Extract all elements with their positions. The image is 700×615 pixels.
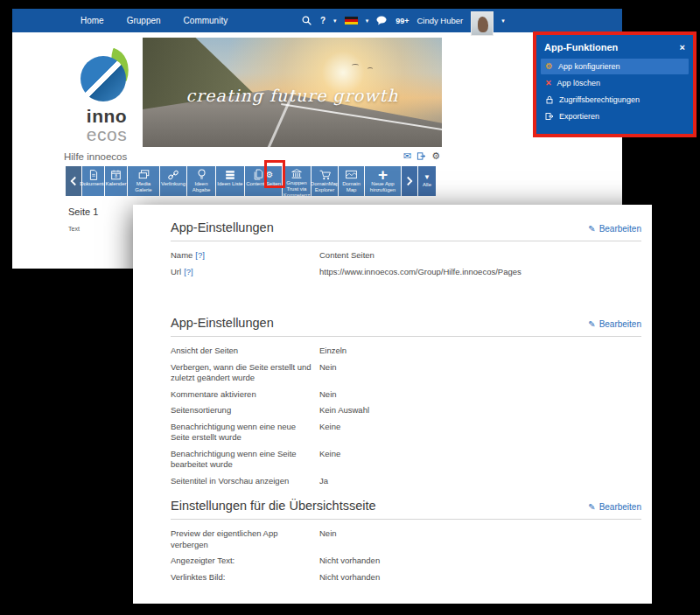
document-icon: [89, 170, 98, 180]
help-marker[interactable]: [?]: [195, 250, 205, 260]
share-export-icon[interactable]: [416, 151, 426, 161]
settings-row: Seitentitel in Vorschau anzeigen Ja: [171, 476, 641, 487]
user-menu-caret-icon[interactable]: ▾: [501, 17, 505, 24]
toolbar-show-all[interactable]: ▼ Alle: [418, 166, 436, 196]
row-label: Verlinktes Bild:: [171, 572, 319, 584]
tile-gruppen-trust[interactable]: Gruppen Trust via Kompetenz: [283, 166, 311, 196]
row-value: Kein Auswahl: [319, 405, 641, 416]
row-label: Url: [171, 267, 181, 276]
mail-icon[interactable]: ✉: [403, 150, 411, 162]
tile-ideen-liste[interactable]: Ideen Liste: [216, 166, 244, 196]
tile-verlinkung[interactable]: Verlinkung: [160, 166, 186, 196]
row-value: Nicht vorhanden: [319, 572, 641, 584]
group-title-row: Hilfe innoecos ✉ ⚙: [64, 150, 440, 162]
page-section-title: Seite 1: [68, 206, 98, 217]
top-navbar: Home Gruppen Community ? ▾ ▾ 99+ Cindy H…: [12, 9, 622, 32]
map-icon: [346, 170, 357, 179]
settings-row: Angezeigter Text: Nicht vorhanden: [171, 556, 641, 567]
divider: [171, 336, 641, 337]
bird-icon: [368, 67, 373, 71]
edit-button[interactable]: ✎ Bearbeiten: [588, 224, 641, 234]
settings-row: Verbergen, wann die Seite erstellt und z…: [171, 362, 641, 384]
menu-item-zugriffsberechtigungen[interactable]: Zugriffsberechtigungen: [541, 92, 689, 108]
cart-icon: [319, 170, 331, 180]
tile-ideen-abgabe[interactable]: Ideen Abgabe: [187, 166, 215, 196]
row-label: Name: [171, 250, 192, 260]
tile-label: Neue App hinzufügen: [365, 181, 401, 193]
row-value: Keine: [319, 449, 641, 471]
language-caret-icon: ▾: [366, 17, 369, 24]
tile-domainmap-explorer[interactable]: DomainMap Explorer: [312, 166, 338, 196]
tile-label: DomainMap Explorer: [310, 181, 340, 193]
language-flag-german-icon[interactable]: [345, 17, 358, 24]
row-value: Content Seiten: [319, 250, 641, 262]
nav-item-community[interactable]: Community: [184, 16, 228, 25]
tile-label: Domain Map: [339, 181, 364, 193]
edit-label: Bearbeiten: [599, 224, 641, 234]
tile-label: Gruppen Trust via Kompetenz: [283, 180, 311, 199]
user-avatar[interactable]: [471, 11, 494, 36]
menu-item-app-konfigurieren[interactable]: ⚙ App konfigurieren: [541, 59, 689, 74]
menu-item-label: App konfigurieren: [558, 62, 620, 71]
close-icon[interactable]: ×: [680, 43, 685, 52]
building-icon: [291, 169, 302, 179]
row-label: Benachrichtigung wenn eine Seite bearbei…: [171, 449, 319, 471]
row-label: Verbergen, wann die Seite erstellt und z…: [171, 362, 319, 384]
messages-bubble-icon[interactable]: [376, 16, 388, 25]
settings-row: Seitensortierung Kein Auswahl: [171, 405, 641, 416]
plus-icon: +: [378, 169, 388, 180]
tile-dokumente[interactable]: Dokumente: [82, 166, 104, 196]
group-settings-gear-icon[interactable]: ⚙: [431, 150, 440, 162]
menu-item-exportieren[interactable]: Exportieren: [541, 108, 689, 124]
tile-neue-app[interactable]: + Neue App hinzufügen: [365, 166, 401, 196]
tile-label: Alle: [422, 182, 432, 188]
nav-item-home[interactable]: Home: [80, 16, 104, 25]
row-value: Nein: [319, 528, 641, 550]
section-title: App-Einstellungen: [171, 316, 274, 330]
tile-kalender[interactable]: 8 Kalender: [105, 166, 127, 196]
calendar-icon: 8: [111, 170, 121, 180]
nav-menu: Home Gruppen Community: [12, 16, 228, 25]
user-name[interactable]: Cindy Huber: [416, 16, 463, 25]
help-button[interactable]: ?: [320, 16, 326, 25]
tile-content-seiten[interactable]: ⚙ Content Seiten: [245, 166, 282, 196]
row-label: Benachrichtigung wenn eine neue Seite er…: [171, 422, 319, 444]
settings-section-general: App-Einstellungen ✎ Bearbeiten Name[?] C…: [171, 220, 641, 277]
pencil-icon: ✎: [588, 224, 595, 234]
nav-item-gruppen[interactable]: Gruppen: [127, 16, 161, 25]
section-title: App-Einstellungen: [171, 220, 274, 234]
triangle-down-icon: ▼: [424, 174, 430, 181]
app-toolbar: Dokumente 8 Kalender Media Galerie Verli…: [66, 166, 436, 196]
row-label: Seitentitel in Vorschau anzeigen: [171, 476, 319, 487]
tile-domain-map[interactable]: Domain Map: [339, 166, 364, 196]
pencil-icon: ✎: [588, 319, 595, 329]
nav-right-cluster: ? ▾ ▾ 99+ Cindy Huber ▾: [301, 9, 505, 32]
settings-row: Benachrichtigung wenn eine neue Seite er…: [171, 422, 641, 444]
menu-item-label: App löschen: [557, 79, 601, 87]
message-count-badge: 99+: [396, 17, 409, 25]
divider: [171, 241, 641, 241]
group-banner-image: creating future growth: [143, 38, 442, 147]
edit-label: Bearbeiten: [599, 502, 641, 512]
innoecos-logo-icon: [80, 51, 133, 101]
tile-settings-gear-icon[interactable]: ⚙: [266, 171, 274, 179]
menu-item-app-loeschen[interactable]: ✕ App löschen: [541, 75, 689, 91]
svg-text:8: 8: [115, 174, 117, 178]
row-value: https://www.innoecos.com/Group/Hilfe.inn…: [319, 267, 641, 278]
help-marker[interactable]: [?]: [184, 267, 193, 276]
row-value: Nicht vorhanden: [319, 556, 641, 567]
menu-item-label: Exportieren: [559, 112, 599, 121]
row-value: Keine: [319, 422, 641, 444]
row-label: Seitensortierung: [171, 405, 319, 416]
settings-section-pages: App-Einstellungen ✎ Bearbeiten Ansicht d…: [171, 316, 641, 486]
row-value: Nein: [319, 362, 641, 384]
app-funktionen-panel: App-Funktionen × ⚙ App konfigurieren ✕ A…: [533, 31, 696, 137]
toolbar-scroll-right[interactable]: [402, 166, 417, 196]
edit-button[interactable]: ✎ Bearbeiten: [588, 319, 641, 329]
row-label: Preview der eigentlichen App verbergen: [171, 528, 319, 550]
innoecos-logo: inno ecos: [72, 51, 142, 143]
edit-button[interactable]: ✎ Bearbeiten: [588, 502, 641, 512]
search-icon[interactable]: [301, 15, 312, 26]
tile-media-galerie[interactable]: Media Galerie: [128, 166, 159, 196]
divider: [171, 519, 641, 520]
